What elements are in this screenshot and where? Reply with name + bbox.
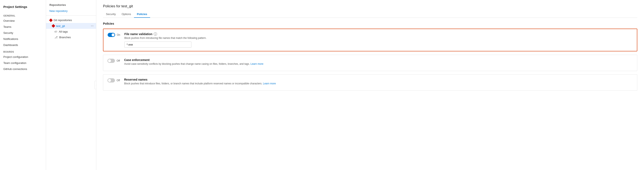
slider-case (108, 59, 115, 63)
policy-desc-case: Avoid case-sensitivity conflicts by bloc… (124, 63, 633, 65)
collapse-sidebar-button[interactable]: ‹ (94, 81, 96, 89)
policies-section-title: Policies (103, 22, 637, 25)
divider (46, 15, 96, 16)
repo-more-button[interactable]: ··· (90, 24, 94, 28)
new-repository-link[interactable]: New repository (46, 8, 96, 14)
page-title: Policies for test_git (103, 4, 637, 8)
toggle-area-reserved: Off (108, 78, 120, 83)
git-repositories-label: Git repositories (46, 17, 96, 23)
branches-item[interactable]: ⎇ Branches (46, 34, 96, 40)
policy-name-text-file-name: File name validation (124, 32, 152, 36)
all-tags-label: All tags (59, 30, 68, 33)
boards-section-label: Boards (0, 48, 46, 54)
policy-content-reserved: Reserved names Block pushes that introdu… (124, 78, 633, 87)
repositories-header: Repositories (46, 2, 96, 8)
branch-icon: ⎇ (54, 36, 58, 39)
repo-diamond-icon (52, 24, 55, 27)
policy-card-reserved-names: Off Reserved names Block pushes that int… (103, 74, 637, 91)
policy-card-file-name-validation: On File name validation i Block pushes f… (103, 29, 637, 51)
sidebar-item-notifications[interactable]: Notifications (0, 36, 46, 42)
branches-label: Branches (59, 36, 71, 39)
policy-row-case: Off Case enforcement Avoid case-sensitiv… (108, 58, 633, 68)
repo-item-test-git[interactable]: test_git ··· (46, 23, 96, 29)
policy-desc-file-name: Block pushes from introducing file names… (124, 37, 633, 39)
policy-name-text-reserved: Reserved names (124, 78, 148, 81)
sidebar-item-teams[interactable]: Teams (0, 24, 46, 30)
policy-content-file-name: File name validation i Block pushes from… (124, 32, 633, 48)
toggle-area-file-name: On (108, 33, 120, 37)
toggle-file-name-validation[interactable] (108, 33, 115, 37)
sidebar-item-team-configuration[interactable]: Team configuration (0, 60, 46, 66)
sidebar-item-overview[interactable]: Overview (0, 18, 46, 24)
sidebar-item-security[interactable]: Security (0, 30, 46, 36)
info-icon-file-name[interactable]: i (154, 32, 157, 36)
slider-file-name (108, 33, 115, 37)
general-section-label: General (0, 12, 46, 18)
policy-name-case: Case enforcement (124, 58, 633, 62)
toggle-label-reserved: Off (116, 79, 120, 82)
policy-desc-reserved: Block pushes that introduce files, folde… (124, 82, 633, 85)
sidebar-mid: Repositories New repository Git reposito… (46, 0, 96, 170)
tab-policies[interactable]: Policies (134, 11, 150, 18)
toggle-label-case: Off (116, 59, 120, 62)
policy-name-text-case: Case enforcement (124, 58, 150, 62)
main-content: Policies for test_git Security Options P… (96, 0, 644, 170)
toggle-area-case: Off (108, 59, 120, 63)
policy-name-file-name: File name validation i (124, 32, 633, 36)
learn-more-reserved[interactable]: Learn more (263, 82, 276, 85)
tab-security[interactable]: Security (103, 11, 119, 18)
tabs-bar: Security Options Policies (103, 11, 637, 18)
policy-card-case-enforcement: Off Case enforcement Avoid case-sensitiv… (103, 55, 637, 71)
repo-item-left: test_git (52, 24, 65, 28)
all-tags-item[interactable]: 🏷 All tags (46, 29, 96, 34)
sidebar-left: Project Settings General Overview Teams … (0, 0, 46, 170)
policy-content-case: Case enforcement Avoid case-sensitivity … (124, 58, 633, 68)
git-diamond-icon (50, 19, 52, 22)
sidebar-item-project-configuration[interactable]: Project configuration (0, 54, 46, 60)
project-settings-title: Project Settings (0, 3, 46, 12)
policy-row: On File name validation i Block pushes f… (108, 32, 633, 48)
tag-icon: 🏷 (54, 30, 57, 33)
policy-name-reserved: Reserved names (124, 78, 633, 81)
sidebar-item-github-connections[interactable]: GitHub connections (0, 66, 46, 72)
toggle-reserved-names[interactable] (108, 78, 115, 83)
learn-more-case[interactable]: Learn more (250, 63, 263, 65)
repo-name: test_git (56, 24, 65, 28)
tab-options[interactable]: Options (119, 11, 134, 18)
file-name-pattern-input[interactable] (124, 42, 191, 48)
toggle-case-enforcement[interactable] (108, 59, 115, 63)
policy-row-reserved: Off Reserved names Block pushes that int… (108, 78, 633, 87)
slider-reserved (108, 78, 115, 83)
sidebar-item-dashboards[interactable]: Dashboards (0, 42, 46, 48)
toggle-label-file-name: On (117, 33, 120, 36)
